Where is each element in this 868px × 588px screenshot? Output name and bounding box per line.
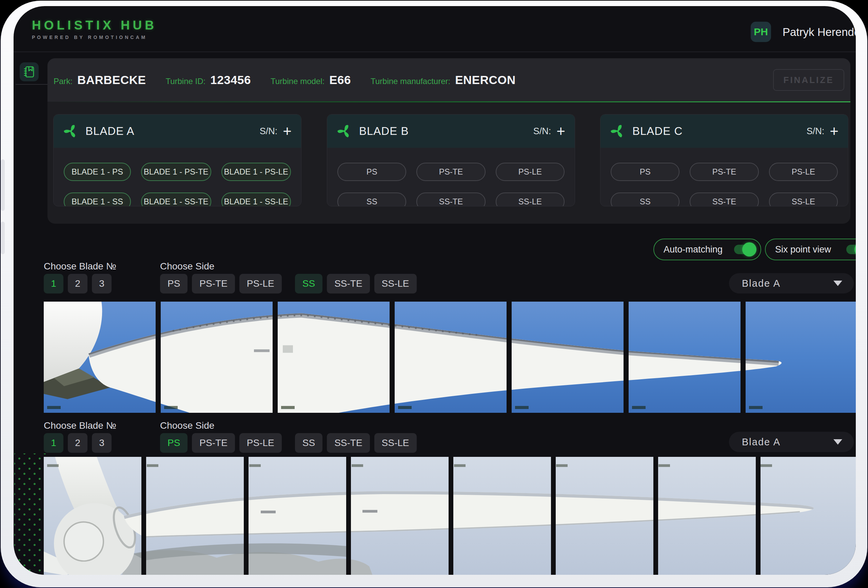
side-button[interactable]: SS bbox=[295, 274, 322, 293]
blade-position-chip[interactable]: PS-TE bbox=[689, 163, 759, 181]
blade-position-chip[interactable]: PS bbox=[611, 163, 679, 181]
side-button[interactable]: SS-LE bbox=[374, 433, 417, 453]
blade-position-chip[interactable]: SS-LE bbox=[496, 193, 565, 206]
notebook-icon bbox=[24, 66, 35, 78]
blade-position-chip[interactable]: SS-LE bbox=[769, 193, 838, 206]
blade-card-title: BLADE B bbox=[359, 125, 409, 138]
blade-card-title: BLADE C bbox=[632, 125, 682, 138]
dropdown-value: Blade A bbox=[742, 436, 833, 448]
blade-number-button[interactable]: 1 bbox=[44, 274, 63, 293]
topbar-divider bbox=[13, 52, 856, 52]
choose-blade-label: Choose Blade № bbox=[44, 261, 116, 272]
info-field: Park: BARBECKE bbox=[53, 73, 146, 87]
toggle-label: Six point view bbox=[775, 245, 831, 255]
blade-number-button[interactable]: 3 bbox=[92, 433, 112, 453]
blade-position-chip[interactable]: BLADE 1 - SS-LE bbox=[221, 193, 291, 206]
info-field-value: E66 bbox=[329, 73, 351, 87]
blade-position-chip[interactable]: PS-LE bbox=[496, 163, 565, 181]
side-buttons: PSPS-TEPS-LESSSS-TESS-LE bbox=[160, 433, 417, 453]
side-button[interactable]: SS-TE bbox=[327, 433, 370, 453]
app-logo: HOLISTIX HUB POWERED BY ROMOTIONCAM bbox=[32, 18, 157, 40]
blade-number-button[interactable]: 1 bbox=[44, 433, 63, 453]
add-serial-button[interactable]: + bbox=[557, 124, 565, 139]
side-button[interactable]: PS-LE bbox=[239, 433, 282, 453]
blade-position-chip[interactable]: BLADE 1 - PS-TE bbox=[141, 163, 211, 181]
app-screen: HOLISTIX HUB POWERED BY ROMOTIONCAM PH P… bbox=[13, 6, 856, 575]
add-serial-button[interactable]: + bbox=[830, 124, 838, 139]
six-point-view-toggle[interactable]: Six point view bbox=[765, 239, 856, 260]
info-field-label: Park: bbox=[53, 77, 72, 86]
blade-card-header: BLADE C S/N: + bbox=[601, 115, 848, 148]
blade-number-button[interactable]: 3 bbox=[92, 274, 112, 293]
blade-card-title: BLADE A bbox=[86, 125, 134, 138]
toggle-label: Auto-matching bbox=[664, 245, 723, 255]
blade-position-chip[interactable]: SS bbox=[337, 193, 406, 206]
info-field-label: Turbine model: bbox=[270, 77, 325, 86]
side-button[interactable]: PS-LE bbox=[239, 274, 282, 293]
blade-card-b: BLADE B S/N: + PSPS-TEPS-LESSSS-TESS-LE bbox=[327, 114, 575, 206]
serial-number-label: S/N: bbox=[807, 126, 825, 137]
add-serial-button[interactable]: + bbox=[283, 124, 292, 139]
switch-knob bbox=[742, 242, 756, 256]
blade-photo-strip-bottom[interactable] bbox=[44, 457, 856, 575]
side-button[interactable]: PS-TE bbox=[192, 433, 235, 453]
blade-chip-grid: PSPS-TEPS-LESSSS-TESS-LE bbox=[601, 148, 848, 206]
notebook-nav-button[interactable] bbox=[20, 62, 38, 81]
blade-card-header: BLADE A S/N: + bbox=[53, 115, 301, 148]
serial-number-label: S/N: bbox=[260, 126, 278, 137]
dropdown-value: Blade A bbox=[742, 278, 833, 289]
choose-side-label: Choose Side bbox=[160, 261, 214, 272]
blade-position-chip[interactable]: PS-LE bbox=[769, 163, 838, 181]
blade-card-c: BLADE C S/N: + PSPS-TEPS-LESSSS-TESS-LE bbox=[600, 114, 848, 206]
blade-position-chip[interactable]: BLADE 1 - PS-LE bbox=[221, 163, 291, 181]
blade-position-chip[interactable]: SS bbox=[611, 193, 679, 206]
info-field: Turbine manufacturer: ENERCON bbox=[371, 73, 516, 87]
info-field: Turbine ID: 123456 bbox=[165, 73, 251, 87]
blade-position-chip[interactable]: PS bbox=[337, 163, 406, 181]
blade-position-chip[interactable]: SS-TE bbox=[416, 193, 485, 206]
blade-card-a: BLADE A S/N: + BLADE 1 - PSBLADE 1 - PS-… bbox=[53, 114, 301, 206]
info-field-label: Turbine ID: bbox=[165, 77, 205, 86]
tablet-side-button bbox=[1, 159, 5, 211]
chevron-down-icon bbox=[833, 439, 842, 445]
switch-track[interactable] bbox=[846, 245, 856, 254]
blade-card-header: BLADE B S/N: + bbox=[327, 115, 575, 148]
blade-number-button[interactable]: 2 bbox=[68, 433, 87, 453]
choose-side-label: Choose Side bbox=[160, 420, 214, 431]
blade-select-dropdown[interactable]: Blade A bbox=[729, 432, 854, 452]
side-button[interactable]: PS bbox=[160, 433, 187, 453]
side-buttons: PSPS-TEPS-LESSSS-TESS-LE bbox=[160, 274, 417, 293]
blade-number-button[interactable]: 2 bbox=[68, 274, 87, 293]
blade-photo-strip-top[interactable] bbox=[44, 302, 856, 413]
switch-knob bbox=[855, 242, 856, 256]
blade-position-chip[interactable]: BLADE 1 - SS bbox=[64, 193, 131, 206]
blade-position-chip[interactable]: BLADE 1 - SS-TE bbox=[141, 193, 211, 206]
turbine-info-bar: Park: BARBECKE Turbine ID: 123456 Turbin… bbox=[47, 58, 850, 102]
blade-select-dropdown[interactable]: Blade A bbox=[729, 273, 854, 293]
tile-gap-overlay bbox=[44, 302, 856, 413]
user-avatar[interactable]: PH bbox=[751, 22, 771, 42]
blade-position-chip[interactable]: SS-TE bbox=[689, 193, 759, 206]
user-name: Patryk Herendot bbox=[782, 26, 856, 38]
side-button[interactable]: PS bbox=[160, 274, 187, 293]
side-button[interactable]: SS bbox=[295, 433, 322, 453]
finalize-button[interactable]: FINALIZE bbox=[773, 69, 844, 91]
tablet-frame: HOLISTIX HUB POWERED BY ROMOTIONCAM PH P… bbox=[1, 1, 867, 587]
blade-chip-grid: BLADE 1 - PSBLADE 1 - PS-TEBLADE 1 - PS-… bbox=[53, 148, 301, 206]
turbine-icon bbox=[610, 123, 626, 139]
side-button[interactable]: SS-LE bbox=[374, 274, 417, 293]
side-button[interactable]: PS-TE bbox=[192, 274, 235, 293]
tile-gap-overlay bbox=[44, 457, 856, 575]
side-button[interactable]: SS-TE bbox=[327, 274, 370, 293]
switch-track[interactable] bbox=[734, 245, 754, 254]
blade-position-chip[interactable]: BLADE 1 - PS bbox=[64, 163, 131, 181]
blade-position-chip[interactable]: PS-TE bbox=[416, 163, 485, 181]
serial-number-label: S/N: bbox=[533, 126, 551, 137]
info-field-value: BARBECKE bbox=[77, 73, 146, 87]
info-field: Turbine model: E66 bbox=[270, 73, 351, 87]
blade-chip-grid: PSPS-TEPS-LESSSS-TESS-LE bbox=[327, 148, 575, 206]
blade-number-buttons: 123 bbox=[44, 274, 112, 293]
chevron-down-icon bbox=[833, 281, 842, 286]
turbine-icon bbox=[337, 123, 352, 139]
auto-matching-toggle[interactable]: Auto-matching bbox=[653, 239, 761, 260]
